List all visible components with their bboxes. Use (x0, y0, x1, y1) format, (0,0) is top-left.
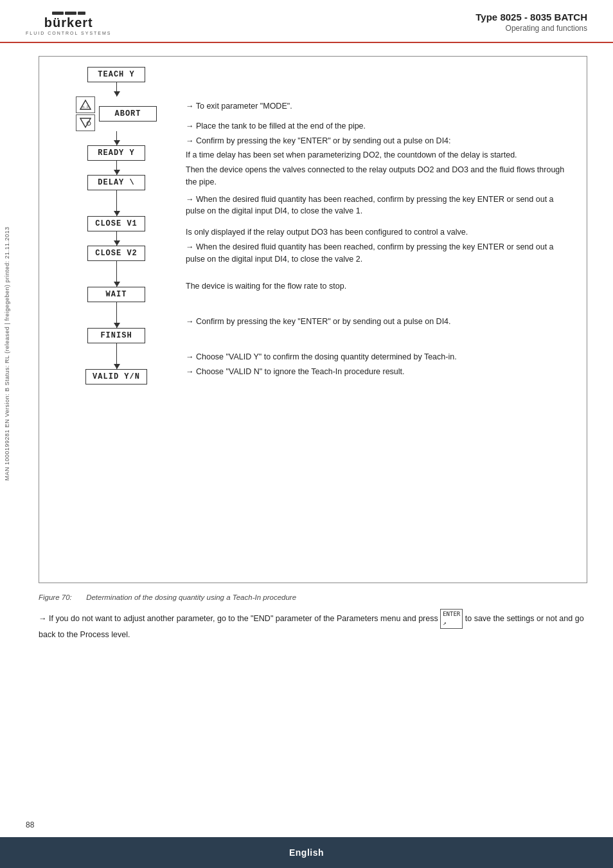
logo-area: bürkert FLUID CONTROL SYSTEMS (26, 12, 112, 35)
figure-number: Figure 70: (39, 593, 72, 601)
logo-text: bürkert (44, 15, 93, 30)
desc-closev2-2: → When the desired fluid quantity has be… (186, 241, 574, 266)
svg-text:b...9: b...9 (82, 105, 89, 109)
doc-subtitle: Operating and functions (475, 24, 587, 33)
figure-caption: Figure 70: Determination of the dosing q… (39, 593, 587, 601)
footer-language: English (289, 847, 324, 858)
page-header: bürkert FLUID CONTROL SYSTEMS Type 8025 … (0, 0, 613, 43)
fc-icons: b...9 (76, 96, 95, 131)
fc-close-v2: CLOSE V2 (58, 246, 174, 287)
main-content: TEACH Y b...9 ABORT READY Y (13, 43, 613, 660)
fc-abort-row: b...9 ABORT (58, 96, 174, 131)
arrow-closev1-closev2 (116, 231, 117, 246)
fc-box-close-v2: CLOSE V2 (87, 246, 145, 261)
bottom-note-text: → If you do not want to adjust another p… (39, 609, 587, 641)
desc-closev1-text: When the desired fluid quantity has been… (186, 195, 554, 216)
doc-title: Type 8025 - 8035 BATCH (475, 12, 587, 23)
fc-delay: DELAY \ (58, 175, 174, 216)
figure-caption-text: Determination of the dosing quantity usi… (86, 593, 296, 601)
arrow-teach-abort (116, 82, 117, 96)
bottom-note: → If you do not want to adjust another p… (39, 609, 587, 641)
fc-box-valid-yn: VALID Y/N (85, 369, 147, 384)
fc-finish: FINISH (58, 328, 174, 369)
desc-closev2-1: Is only displayed if the relay output DO… (186, 226, 574, 239)
fc-box-close-v1: CLOSE V1 (87, 216, 145, 231)
svg-marker-2 (80, 118, 91, 127)
desc-finish: → Confirm by pressing the key "ENTER" or… (186, 316, 574, 328)
fc-box-delay: DELAY \ (87, 175, 145, 190)
desc-valid1: → Choose "VALID Y" to confirm the dosing… (186, 351, 574, 363)
sidebar-vertical-text: MAN 1000199281 EN Version: B Status: RL … (0, 129, 14, 579)
arrow-wait-finish (116, 302, 117, 328)
page-number: 88 (26, 820, 34, 829)
desc-ready: → Place the tank to be filled at the end… (186, 120, 574, 132)
flowchart-column: TEACH Y b...9 ABORT READY Y (52, 67, 174, 572)
desc-ready2: → Confirm by pressing the key "ENTER" or… (186, 135, 574, 147)
fc-box-abort: ABORT (99, 106, 157, 122)
fc-close-v1: CLOSE V1 (58, 216, 174, 246)
desc-closev2-text: When the desired fluid quantity has been… (186, 242, 554, 264)
desc-wait: The device is waiting for the flow rate … (186, 280, 574, 293)
fc-valid-yn: VALID Y/N (58, 369, 174, 384)
logo-subtext: FLUID CONTROL SYSTEMS (26, 31, 112, 35)
fc-box-wait: WAIT (87, 287, 145, 302)
enter-key-icon: ENTER↗ (440, 609, 463, 629)
icon-up-triangle: b...9 (76, 96, 95, 113)
fc-teach-y: TEACH Y (58, 67, 174, 96)
arrow-icon: → (186, 195, 196, 204)
diagram-box: TEACH Y b...9 ABORT READY Y (39, 56, 587, 583)
fc-wait: WAIT (58, 287, 174, 328)
fc-ready-y: READY Y (58, 145, 174, 175)
header-right: Type 8025 - 8035 BATCH Operating and fun… (475, 12, 587, 33)
fc-box-finish: FINISH (87, 328, 145, 343)
burkert-logo: bürkert FLUID CONTROL SYSTEMS (26, 12, 112, 35)
arrow-icon2: → (186, 242, 196, 251)
fc-box-teach-y: TEACH Y (87, 67, 145, 82)
desc-closev1: → When the desired fluid quantity has be… (186, 194, 574, 218)
desc-abort: → To exit parameter "MODE". (186, 100, 574, 113)
arrow-closev2-wait (116, 261, 117, 287)
arrow-delay-closev1 (116, 190, 117, 216)
icon-down-triangle (76, 114, 95, 131)
arrow-abort-ready (116, 131, 117, 145)
desc-valid2: → Choose "VALID N" to ignore the Teach-I… (186, 366, 574, 378)
figure-caption-spacer (74, 593, 84, 601)
arrow-finish-valid (116, 343, 117, 369)
sidebar-label: MAN 1000199281 EN Version: B Status: RL … (4, 226, 10, 480)
fc-box-ready-y: READY Y (87, 145, 145, 161)
desc-delay1: If a time delay has been set when parame… (186, 149, 574, 161)
descriptions-column: → To exit parameter "MODE". → Place the … (174, 67, 574, 572)
arrow-ready-delay (116, 161, 117, 175)
desc-delay2: Then the device opens the valves connect… (186, 164, 574, 188)
page-footer: English (0, 837, 613, 868)
